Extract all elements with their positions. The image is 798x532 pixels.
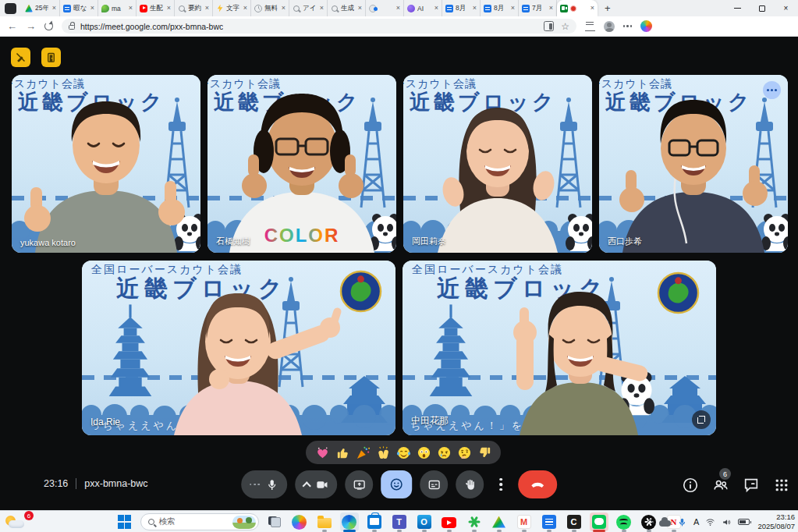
address-bar[interactable]: https://meet.google.com/pxx-bmna-bwc ☆	[62, 19, 576, 34]
ime-mode-indicator[interactable]: A	[693, 517, 699, 527]
astonished-emoji-button[interactable]	[416, 445, 431, 460]
browser-tab[interactable]: 無料×	[251, 0, 289, 16]
close-icon[interactable]: ×	[549, 5, 553, 12]
back-button[interactable]: ←	[7, 21, 17, 31]
window-close-button[interactable]: ×	[774, 0, 798, 16]
active-tab-meet[interactable]: ×	[557, 0, 598, 16]
chevron-up-icon[interactable]	[303, 481, 311, 490]
close-icon[interactable]: ×	[243, 5, 247, 12]
chat-button[interactable]	[743, 477, 760, 494]
browser-tab[interactable]: 7月×	[519, 0, 557, 16]
gmail-button[interactable]: M	[515, 512, 534, 531]
close-icon[interactable]: ×	[396, 5, 400, 12]
door-exit-extension-button[interactable]	[41, 48, 61, 67]
new-tab-button[interactable]: +	[605, 2, 611, 14]
favorites-bar-icon[interactable]	[585, 21, 595, 31]
close-icon[interactable]: ×	[358, 5, 362, 12]
split-screen-icon[interactable]	[544, 21, 554, 31]
close-icon[interactable]: ×	[511, 5, 515, 12]
browser-tab[interactable]: 暇な×	[60, 0, 98, 16]
browser-tab[interactable]: 要約×	[175, 0, 213, 16]
reactions-button-active[interactable]	[381, 470, 412, 498]
close-icon[interactable]: ×	[167, 5, 171, 12]
camera-button[interactable]	[295, 470, 337, 498]
adjust-video-button[interactable]	[692, 410, 711, 429]
copilot-icon[interactable]	[640, 20, 652, 32]
profile-avatar[interactable]	[604, 21, 615, 32]
close-icon[interactable]: ×	[434, 5, 438, 12]
close-icon[interactable]: ×	[205, 5, 209, 12]
taskbar-search[interactable]: 検索	[140, 513, 259, 530]
file-explorer-button[interactable]	[315, 512, 334, 531]
microsoft-store-button[interactable]	[365, 512, 384, 531]
browser-tab[interactable]: 8月×	[442, 0, 481, 16]
close-icon[interactable]: ×	[90, 5, 94, 12]
people-button[interactable]: 6	[712, 477, 729, 494]
copilot-app-button[interactable]	[290, 512, 309, 531]
tile-options-button[interactable]	[763, 81, 781, 99]
mic-options-icon[interactable]	[250, 484, 261, 486]
weather-widget[interactable]: 6	[4, 513, 30, 530]
browser-tab[interactable]: 25年×	[22, 0, 60, 16]
close-icon[interactable]: ×	[320, 5, 324, 12]
edge-button[interactable]	[340, 512, 359, 531]
browser-tab[interactable]: 8月×	[481, 0, 519, 16]
clapping-hands-emoji-button[interactable]	[375, 445, 391, 460]
favorite-star-icon[interactable]: ☆	[561, 22, 569, 31]
forward-button[interactable]: →	[26, 21, 36, 31]
close-icon[interactable]: ×	[129, 5, 133, 12]
sparkling-heart-emoji-button[interactable]	[314, 445, 330, 460]
close-icon[interactable]: ×	[473, 5, 477, 12]
teams-button[interactable]: T	[390, 512, 409, 531]
crying-emoji-button[interactable]	[436, 445, 452, 460]
google-docs-button[interactable]	[540, 512, 559, 531]
browser-tab[interactable]: 生配×	[137, 0, 175, 16]
thumbs-down-emoji-button[interactable]	[477, 445, 492, 460]
youtube-button[interactable]	[440, 512, 459, 531]
browser-tab[interactable]: ×	[366, 0, 404, 16]
thinking-emoji-button[interactable]	[456, 445, 472, 460]
browser-tab[interactable]: 文字×	[213, 0, 251, 16]
workspace-icon[interactable]	[5, 3, 16, 14]
onedrive-icon[interactable]	[659, 520, 671, 527]
browser-tab[interactable]: AI×	[404, 0, 442, 16]
taskbar-clock[interactable]: 23:16 2025/08/07	[757, 512, 795, 531]
browser-tab[interactable]: 生成×	[328, 0, 366, 16]
present-button[interactable]	[345, 470, 373, 498]
reload-button[interactable]	[44, 22, 53, 30]
browser-tab[interactable]: アイ×	[289, 0, 328, 16]
pen-off-extension-button[interactable]	[11, 48, 30, 67]
line-button[interactable]	[590, 512, 608, 531]
activities-grid-button[interactable]	[773, 477, 790, 494]
tears-of-joy-emoji-button[interactable]	[395, 445, 411, 460]
browser-menu-icon[interactable]	[623, 25, 632, 27]
video-tile[interactable]: 全国ローバースカウト会議近畿ブロック yukawa kotaro	[12, 75, 200, 253]
minimize-button[interactable]	[725, 0, 750, 16]
close-icon[interactable]: ×	[52, 5, 56, 12]
green-asterisk-app-button[interactable]	[465, 512, 484, 531]
outlook-button[interactable]: O	[415, 512, 434, 531]
wifi-icon[interactable]	[705, 517, 715, 527]
raise-hand-button[interactable]	[456, 470, 484, 498]
c-app-button[interactable]: C	[565, 512, 583, 531]
video-tile[interactable]: 全国ローバースカウト会議近畿ブロック COLOR 石橋知樹	[207, 75, 396, 253]
more-options-button[interactable]	[491, 478, 510, 491]
mic-in-use-icon[interactable]	[677, 517, 687, 527]
captions-button[interactable]	[420, 470, 448, 498]
battery-icon[interactable]	[738, 519, 750, 525]
google-drive-button[interactable]	[490, 512, 509, 531]
browser-tab[interactable]: ma×	[98, 0, 137, 16]
site-info-lock-icon[interactable]	[69, 25, 75, 30]
video-tile[interactable]: 全国ローバースカウト会議近畿ブロック 近畿 っちゃええやん！」	[82, 261, 395, 435]
task-view-button[interactable]	[265, 512, 284, 531]
video-tile[interactable]: 全国ローバースカウト会議近畿ブロック 近畿 ちゃええやん！」を	[403, 261, 716, 435]
video-tile[interactable]: 全国ローバースカウト会議近畿ブロック 岡田莉奈	[403, 75, 592, 253]
start-button[interactable]	[115, 512, 134, 531]
video-tile[interactable]: 全国ローバースカウト会議近畿ブロック 西口歩希	[599, 75, 788, 253]
info-button[interactable]	[682, 477, 699, 494]
end-call-button[interactable]	[518, 470, 557, 498]
close-icon[interactable]: ×	[591, 5, 594, 12]
thumbs-up-emoji-button[interactable]	[335, 445, 350, 460]
spotify-button[interactable]	[615, 512, 633, 531]
close-icon[interactable]: ×	[282, 5, 286, 12]
